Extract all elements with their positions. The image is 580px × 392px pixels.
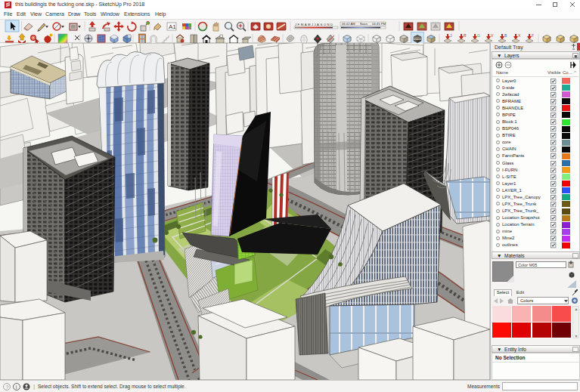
svg-text:A1: A1 (169, 23, 176, 30)
svg-text:04:45 PM: 04:45 PM (372, 22, 386, 26)
svg-text:J: J (450, 33, 452, 38)
svg-text:R: R (464, 33, 467, 38)
svg-text:JFMAMJJASOND: JFMAMJJASOND (295, 23, 334, 26)
svg-text:G: G (477, 33, 480, 38)
svg-text:i: i (16, 384, 17, 390)
svg-text:?: ? (5, 384, 8, 390)
svg-text:06:42 AM: 06:42 AM (342, 22, 355, 26)
svg-text:X: X (518, 33, 521, 38)
svg-text:F: F (532, 33, 534, 38)
svg-text:V: V (491, 33, 494, 38)
svg-text:B: B (504, 33, 507, 38)
svg-text:Noon: Noon (360, 22, 368, 26)
